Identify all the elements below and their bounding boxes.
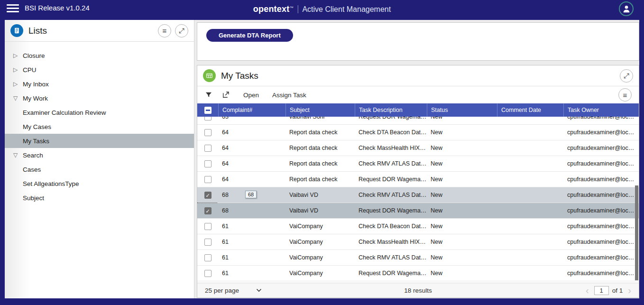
cell-subject: VaiCompany (285, 254, 355, 261)
open-button[interactable]: Open (243, 92, 259, 99)
cell-task-description: Request DOR Wagema… (355, 270, 427, 277)
table-menu-button[interactable]: ≡ (618, 88, 632, 102)
triangle-down-icon[interactable]: ▽ (13, 95, 21, 102)
row-checkbox[interactable] (204, 254, 212, 261)
row-checkbox-cell (197, 156, 218, 171)
next-page-icon[interactable]: › (626, 286, 633, 295)
sidebar-item-examiner-calculation-review[interactable]: Examiner Calculation Review (5, 105, 194, 120)
row-checkbox[interactable] (204, 145, 212, 152)
sidebar-item-cpu[interactable]: ▷CPU (5, 63, 194, 77)
table-scrollbar[interactable] (635, 185, 638, 280)
sidebar-item-label: Cases (23, 166, 41, 173)
page-size-select[interactable]: 25 per page (205, 287, 239, 294)
table-row[interactable]: 64Report data checkCheck DTA Beacon Dat…… (197, 125, 639, 140)
row-checkbox[interactable]: ✓ (204, 207, 212, 214)
cell-task-owner: cpufraudexaminer@loc… (563, 254, 639, 261)
row-checkbox[interactable] (204, 117, 212, 120)
cell-complaint: 63 (218, 117, 285, 120)
column-header-task-description[interactable]: Task Description (355, 103, 427, 117)
chevron-down-icon[interactable] (256, 288, 262, 292)
assign-task-button[interactable]: Assign Task (272, 92, 306, 99)
sidebar-item-label: Set AllgeationsType (23, 180, 79, 187)
column-header-subject[interactable]: Subject (285, 103, 355, 117)
row-checkbox[interactable] (204, 160, 212, 167)
select-all-checkbox[interactable] (204, 107, 212, 114)
column-header-status[interactable]: Status (427, 103, 497, 117)
row-checkbox[interactable] (204, 270, 212, 277)
row-checkbox[interactable] (204, 239, 212, 246)
cell-task-description: Request DOR Wagema… (355, 176, 427, 183)
cell-task-owner: cpufraudexaminer@loc… (563, 160, 639, 167)
sidebar-item-my-work[interactable]: ▽My Work (5, 91, 194, 105)
column-header-task-owner[interactable]: Task Owner (563, 103, 639, 117)
page-number-input[interactable]: 1 (594, 286, 609, 295)
previous-page-icon[interactable]: ‹ (584, 286, 591, 295)
row-checkbox-cell: ✓ (197, 187, 218, 203)
table-row[interactable]: 61VaiCompanyCheck DTA Beacon Dat…Newcpuf… (197, 219, 639, 234)
row-checkbox-cell: ✓ (197, 203, 218, 218)
table-body: 63vaibhavi SoniRequest DOR Wagema…Newcpu… (197, 117, 639, 282)
cell-status: New (427, 270, 497, 277)
select-all-cell (197, 103, 218, 117)
row-checkbox-cell (197, 219, 218, 234)
my-tasks-icon (203, 69, 216, 82)
sidebar-item-my-inbox[interactable]: ▷My Inbox (5, 77, 194, 91)
sidebar-item-label: Examiner Calculation Review (23, 109, 106, 116)
table-row[interactable]: ✓68Vaibavi VDRequest DOR Wagema…Newcpufr… (197, 203, 639, 219)
hamburger-icon: ≡ (623, 91, 627, 99)
row-checkbox[interactable] (204, 176, 212, 183)
lists-panel-title: Lists (28, 26, 47, 36)
table-row[interactable]: ✓68Vaibavi VDCheck RMV ATLAS Dat…Newcpuf… (197, 187, 639, 203)
cell-task-owner: cpufraudexaminer@loc… (563, 270, 639, 277)
table-row[interactable]: 61VaiCompanyCheck MassHealth HIX…Newcpuf… (197, 234, 639, 250)
cell-complaint: 61 (218, 270, 285, 277)
row-checkbox[interactable]: ✓ (204, 192, 212, 199)
table-row[interactable]: 64Report data checkRequest DOR Wagema…Ne… (197, 172, 639, 187)
triangle-right-icon[interactable]: ▷ (13, 81, 21, 87)
row-checkbox-cell (197, 250, 218, 265)
cell-task-owner: cpufraudexaminer@loc… (563, 145, 639, 151)
cell-subject: vaibhavi Soni (285, 117, 355, 120)
my-tasks-expand-button[interactable]: ⤢ (620, 69, 633, 83)
filter-icon[interactable] (204, 91, 213, 99)
sidebar-item-my-tasks[interactable]: My Tasks (5, 134, 194, 148)
cell-task-owner: cpufraudexaminer@loc… (563, 176, 639, 183)
row-checkbox[interactable] (204, 223, 212, 230)
table-row[interactable]: 64Report data checkCheck RMV ATLAS Dat…N… (197, 156, 639, 172)
user-avatar[interactable] (619, 1, 634, 16)
column-header-complaint[interactable]: Complaint# (218, 103, 285, 117)
sidebar-item-label: Subject (23, 194, 44, 202)
cell-task-owner: cpufraudexaminer@loc… (563, 192, 639, 198)
actions-card: Generate DTA Report (197, 22, 639, 61)
export-icon[interactable] (221, 91, 230, 99)
table-row[interactable]: 61VaiCompanyRequest DOR Wagema…Newcpufra… (197, 266, 639, 281)
table-row[interactable]: 61VaiCompanyCheck RMV ATLAS Dat…Newcpufr… (197, 250, 639, 266)
sidebar-item-closure[interactable]: ▷Closure (5, 48, 194, 63)
sidebar-item-my-cases[interactable]: My Cases (5, 120, 194, 134)
table-row[interactable]: 64Report data checkCheck MassHealth HIX…… (197, 140, 639, 156)
row-checkbox[interactable] (204, 129, 212, 136)
product-name: Active Client Management (302, 5, 391, 13)
sidebar-item-set-allgeationstype[interactable]: Set AllgeationsType (5, 176, 194, 191)
sidebar-item-subject[interactable]: Subject (5, 191, 194, 205)
table-header-row: Complaint#SubjectTask DescriptionStatusC… (197, 103, 639, 117)
sidebar-item-search[interactable]: ▽Search (5, 148, 194, 162)
cell-task-description: Check RMV ATLAS Dat… (355, 192, 427, 198)
lists-expand-button[interactable]: ⤢ (175, 24, 188, 37)
column-header-comment-date[interactable]: Comment Date (497, 103, 563, 117)
sidebar-item-cases[interactable]: Cases (5, 162, 194, 176)
triangle-down-icon[interactable]: ▽ (13, 152, 21, 158)
top-bar: BSI Release v1.0.24 opentext™Active Clie… (0, 0, 644, 20)
cell-subject: VaiCompany (285, 270, 355, 277)
cell-status: New (427, 254, 497, 261)
table-row[interactable]: 63vaibhavi SoniRequest DOR Wagema…Newcpu… (197, 117, 639, 125)
cell-task-owner: cpufraudexaminer@loc… (563, 239, 639, 245)
lists-menu-button[interactable]: ≡ (158, 24, 171, 37)
cell-task-owner: cpufraudexaminer@loc… (563, 129, 639, 136)
triangle-right-icon[interactable]: ▷ (13, 52, 21, 59)
cell-complaint: 64 (218, 129, 285, 136)
generate-dta-report-button[interactable]: Generate DTA Report (206, 29, 293, 42)
menu-icon[interactable] (7, 4, 19, 13)
triangle-right-icon[interactable]: ▷ (13, 66, 21, 73)
results-count: 18 results (404, 287, 432, 294)
